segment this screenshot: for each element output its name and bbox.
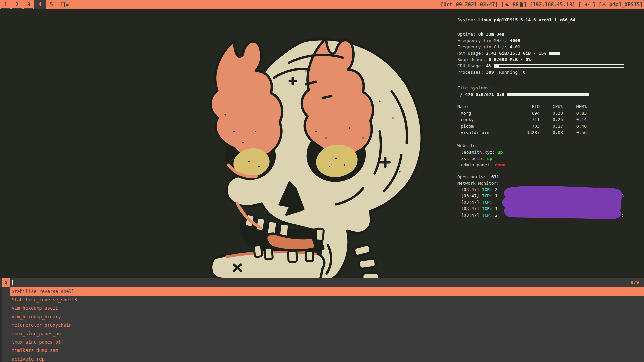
workspace-tag-3[interactable]: 3 bbox=[23, 0, 34, 9]
workspace-label: 1 bbox=[4, 2, 7, 8]
speaker-muted-icon bbox=[584, 2, 590, 7]
column-header: PID bbox=[509, 103, 540, 110]
process-name: Xorg bbox=[457, 110, 509, 117]
flaming-skull-art bbox=[205, 31, 427, 292]
process-mem: 0.56 bbox=[563, 129, 587, 136]
freq-mhz-line: Frequency (in MHz): 4009 bbox=[457, 37, 624, 44]
list-item[interactable]: vim_hexdump_binary bbox=[0, 313, 644, 321]
process-mem: 0.14 bbox=[563, 116, 587, 123]
status-bar: 1 2 3 4 5 []= [Oct 09 2021 03:47] [ 88] … bbox=[0, 0, 644, 9]
list-item[interactable]: Stabilise_reverse_shell3 bbox=[0, 296, 644, 304]
launcher-results: Stabilise_reverse_shell Stabilise_revers… bbox=[0, 287, 644, 362]
hostname: p4p1_XPS15 bbox=[606, 2, 640, 8]
process-name: conky bbox=[457, 116, 509, 123]
website-entry: xss_bomb: up bbox=[457, 155, 624, 162]
process-name: vivaldi-bin bbox=[457, 129, 509, 136]
ram-bar bbox=[549, 52, 624, 55]
status-badge: up bbox=[487, 155, 492, 162]
workspace-tag-1[interactable]: 1 bbox=[0, 0, 11, 9]
status-text: [Oct 09 2021 03:47] [ 88] [192.168.45.13… bbox=[440, 0, 643, 9]
process-pid: 711 bbox=[509, 116, 540, 123]
cpu-bar bbox=[494, 64, 624, 68]
process-pid: 703 bbox=[509, 123, 540, 130]
redaction-marker bbox=[500, 184, 624, 220]
host-segment: [ p4p1_XPS15] bbox=[599, 2, 643, 8]
battery-icon bbox=[519, 2, 524, 7]
process-cpu: 0.25 bbox=[540, 116, 563, 123]
process-pid: 694 bbox=[509, 110, 540, 117]
workspace-label: 5 bbox=[50, 2, 53, 8]
divider bbox=[457, 28, 624, 28]
open-ports-line: Open ports: 631 bbox=[457, 174, 624, 180]
search-input[interactable]: $ 9/9 bbox=[0, 278, 644, 287]
process-name: picom bbox=[457, 123, 509, 130]
text-cursor bbox=[12, 280, 13, 285]
list-item[interactable]: mimikatz_dump_sam bbox=[0, 346, 644, 355]
processes-line: Processes: 309 Running: 0 bbox=[457, 69, 624, 75]
list-item[interactable]: tmux_sinc_panes_off bbox=[0, 338, 644, 346]
filesystem-bar bbox=[507, 93, 624, 96]
website-entry: admin panel: down bbox=[457, 162, 624, 168]
status-badge: down bbox=[495, 162, 505, 168]
divider bbox=[457, 100, 624, 100]
workspace-tag-2[interactable]: 2 bbox=[11, 0, 23, 9]
website-entry: leosmith.xyz: up bbox=[457, 149, 624, 155]
list-item[interactable]: tmux_sinc_panes_on bbox=[0, 329, 644, 338]
list-item[interactable]: activate_rdp bbox=[0, 355, 644, 362]
swap-line: Swap Usage: 0 B/608 MiB - 0% bbox=[457, 56, 624, 63]
divider bbox=[457, 171, 624, 171]
website-label: Website: bbox=[457, 142, 624, 149]
process-cpu: 0.17 bbox=[540, 123, 563, 130]
workspace-label: 3 bbox=[27, 2, 30, 8]
process-cpu: 0.08 bbox=[540, 129, 563, 136]
workspace-label: 4 bbox=[38, 2, 41, 8]
fuzzy-launcher: $ 9/9 Stabilise_reverse_shell Stabilise_… bbox=[0, 278, 644, 362]
column-header: CPU% bbox=[540, 103, 563, 110]
status-badge: up bbox=[498, 149, 503, 155]
process-pid: 33287 bbox=[509, 129, 540, 136]
process-mem: 0.83 bbox=[563, 110, 587, 117]
workspace-tag-5[interactable]: 5 bbox=[46, 0, 57, 9]
freq-ghz-line: Frequency (in GHz): 4.01 bbox=[457, 44, 624, 50]
plug-icon bbox=[504, 2, 509, 7]
match-counter: 9/9 bbox=[631, 278, 639, 287]
list-item[interactable]: vim_hexdump_ascii bbox=[0, 304, 644, 312]
process-cpu: 0.33 bbox=[540, 110, 563, 117]
battery-segment: [ 88] bbox=[501, 2, 527, 8]
column-header: MEM% bbox=[563, 103, 587, 110]
swap-bar bbox=[533, 58, 624, 61]
filesystems-label: File systems: bbox=[457, 85, 624, 91]
desktop: 1 2 3 4 5 []= [Oct 09 2021 03:47] [ 88] … bbox=[0, 0, 644, 362]
volume-segment: [ ] bbox=[578, 2, 595, 8]
uptime-line: Uptime: 0h 33m 34s bbox=[457, 31, 624, 37]
prompt-badge: $ bbox=[2, 278, 10, 287]
process-table: Name PID CPU% MEM% Xorg 694 0.33 0.83 co… bbox=[457, 103, 624, 136]
filesystems-line: / 470 GiB/671 GiB bbox=[457, 91, 624, 98]
divider bbox=[457, 140, 624, 140]
workspace-label: 2 bbox=[15, 2, 18, 8]
chevron-up-icon bbox=[602, 2, 606, 7]
clock: [Oct 09 2021 03:47] bbox=[440, 2, 498, 8]
workspace-tag-4[interactable]: 4 bbox=[34, 0, 46, 9]
conky-widget: System: Linux p4p1XPS15 5.14.8-arch1-1 x… bbox=[455, 17, 624, 218]
ip-address: [192.168.45.13] bbox=[530, 2, 575, 8]
list-item[interactable]: Stabilise_reverse_shell bbox=[10, 287, 644, 296]
system-line: System: Linux p4p1XPS15 5.14.8-arch1-1 x… bbox=[457, 17, 624, 23]
column-header: Name bbox=[457, 103, 509, 110]
list-item[interactable]: meterpreter_proxychain bbox=[0, 321, 644, 329]
layout-indicator[interactable]: []= bbox=[60, 0, 69, 9]
process-mem: 0.40 bbox=[563, 123, 587, 130]
cpu-line: CPU Usage: 4% bbox=[457, 63, 624, 69]
ram-line: RAM Usage: 2.42 GiB/15.3 GiB - 15% bbox=[457, 50, 624, 56]
